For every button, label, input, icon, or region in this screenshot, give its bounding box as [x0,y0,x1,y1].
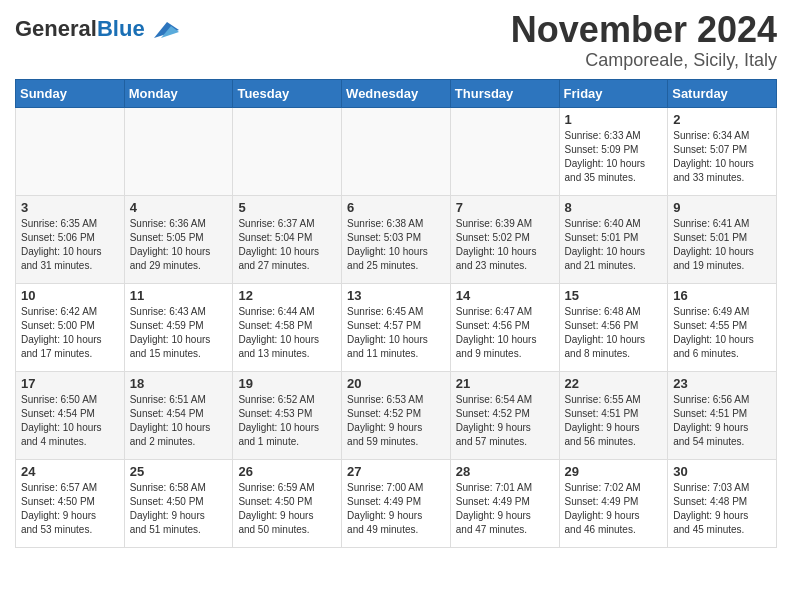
calendar-cell: 2Sunrise: 6:34 AM Sunset: 5:07 PM Daylig… [668,107,777,195]
day-info: Sunrise: 6:35 AM Sunset: 5:06 PM Dayligh… [21,217,119,273]
header: GeneralBlue November 2024 Camporeale, Si… [15,10,777,71]
calendar-cell: 13Sunrise: 6:45 AM Sunset: 4:57 PM Dayli… [342,283,451,371]
day-number: 7 [456,200,554,215]
day-info: Sunrise: 7:02 AM Sunset: 4:49 PM Dayligh… [565,481,663,537]
calendar-cell: 22Sunrise: 6:55 AM Sunset: 4:51 PM Dayli… [559,371,668,459]
calendar: SundayMondayTuesdayWednesdayThursdayFrid… [15,79,777,548]
page-subtitle: Camporeale, Sicily, Italy [511,50,777,71]
day-number: 24 [21,464,119,479]
calendar-cell [342,107,451,195]
day-number: 26 [238,464,336,479]
day-number: 25 [130,464,228,479]
day-info: Sunrise: 6:39 AM Sunset: 5:02 PM Dayligh… [456,217,554,273]
day-info: Sunrise: 6:59 AM Sunset: 4:50 PM Dayligh… [238,481,336,537]
day-number: 16 [673,288,771,303]
day-info: Sunrise: 6:33 AM Sunset: 5:09 PM Dayligh… [565,129,663,185]
calendar-cell: 25Sunrise: 6:58 AM Sunset: 4:50 PM Dayli… [124,459,233,547]
calendar-cell: 28Sunrise: 7:01 AM Sunset: 4:49 PM Dayli… [450,459,559,547]
day-info: Sunrise: 6:49 AM Sunset: 4:55 PM Dayligh… [673,305,771,361]
day-info: Sunrise: 6:38 AM Sunset: 5:03 PM Dayligh… [347,217,445,273]
day-info: Sunrise: 6:43 AM Sunset: 4:59 PM Dayligh… [130,305,228,361]
weekday-header: Tuesday [233,79,342,107]
calendar-cell [450,107,559,195]
day-number: 12 [238,288,336,303]
calendar-week-row: 24Sunrise: 6:57 AM Sunset: 4:50 PM Dayli… [16,459,777,547]
weekday-header: Sunday [16,79,125,107]
day-info: Sunrise: 6:56 AM Sunset: 4:51 PM Dayligh… [673,393,771,449]
calendar-cell [16,107,125,195]
calendar-cell [233,107,342,195]
calendar-week-row: 17Sunrise: 6:50 AM Sunset: 4:54 PM Dayli… [16,371,777,459]
weekday-header: Monday [124,79,233,107]
day-number: 19 [238,376,336,391]
weekday-header: Wednesday [342,79,451,107]
day-info: Sunrise: 6:50 AM Sunset: 4:54 PM Dayligh… [21,393,119,449]
day-number: 3 [21,200,119,215]
calendar-cell: 8Sunrise: 6:40 AM Sunset: 5:01 PM Daylig… [559,195,668,283]
day-info: Sunrise: 6:52 AM Sunset: 4:53 PM Dayligh… [238,393,336,449]
calendar-week-row: 10Sunrise: 6:42 AM Sunset: 5:00 PM Dayli… [16,283,777,371]
calendar-cell: 7Sunrise: 6:39 AM Sunset: 5:02 PM Daylig… [450,195,559,283]
calendar-week-row: 3Sunrise: 6:35 AM Sunset: 5:06 PM Daylig… [16,195,777,283]
day-number: 13 [347,288,445,303]
calendar-cell: 19Sunrise: 6:52 AM Sunset: 4:53 PM Dayli… [233,371,342,459]
calendar-cell: 16Sunrise: 6:49 AM Sunset: 4:55 PM Dayli… [668,283,777,371]
day-info: Sunrise: 6:48 AM Sunset: 4:56 PM Dayligh… [565,305,663,361]
calendar-cell: 6Sunrise: 6:38 AM Sunset: 5:03 PM Daylig… [342,195,451,283]
day-info: Sunrise: 6:44 AM Sunset: 4:58 PM Dayligh… [238,305,336,361]
day-number: 30 [673,464,771,479]
day-info: Sunrise: 7:01 AM Sunset: 4:49 PM Dayligh… [456,481,554,537]
day-number: 22 [565,376,663,391]
day-info: Sunrise: 6:53 AM Sunset: 4:52 PM Dayligh… [347,393,445,449]
day-number: 20 [347,376,445,391]
day-number: 4 [130,200,228,215]
calendar-header-row: SundayMondayTuesdayWednesdayThursdayFrid… [16,79,777,107]
day-info: Sunrise: 6:54 AM Sunset: 4:52 PM Dayligh… [456,393,554,449]
calendar-cell: 1Sunrise: 6:33 AM Sunset: 5:09 PM Daylig… [559,107,668,195]
title-block: November 2024 Camporeale, Sicily, Italy [511,10,777,71]
calendar-cell: 27Sunrise: 7:00 AM Sunset: 4:49 PM Dayli… [342,459,451,547]
calendar-cell: 17Sunrise: 6:50 AM Sunset: 4:54 PM Dayli… [16,371,125,459]
day-info: Sunrise: 6:45 AM Sunset: 4:57 PM Dayligh… [347,305,445,361]
day-number: 21 [456,376,554,391]
calendar-cell: 21Sunrise: 6:54 AM Sunset: 4:52 PM Dayli… [450,371,559,459]
calendar-cell [124,107,233,195]
weekday-header: Friday [559,79,668,107]
logo-icon [149,18,179,40]
calendar-week-row: 1Sunrise: 6:33 AM Sunset: 5:09 PM Daylig… [16,107,777,195]
day-number: 18 [130,376,228,391]
day-info: Sunrise: 6:36 AM Sunset: 5:05 PM Dayligh… [130,217,228,273]
day-info: Sunrise: 6:41 AM Sunset: 5:01 PM Dayligh… [673,217,771,273]
logo-text: GeneralBlue [15,18,145,40]
calendar-cell: 9Sunrise: 6:41 AM Sunset: 5:01 PM Daylig… [668,195,777,283]
weekday-header: Thursday [450,79,559,107]
day-info: Sunrise: 7:03 AM Sunset: 4:48 PM Dayligh… [673,481,771,537]
day-number: 15 [565,288,663,303]
day-number: 17 [21,376,119,391]
calendar-cell: 15Sunrise: 6:48 AM Sunset: 4:56 PM Dayli… [559,283,668,371]
calendar-cell: 14Sunrise: 6:47 AM Sunset: 4:56 PM Dayli… [450,283,559,371]
calendar-cell: 5Sunrise: 6:37 AM Sunset: 5:04 PM Daylig… [233,195,342,283]
calendar-cell: 23Sunrise: 6:56 AM Sunset: 4:51 PM Dayli… [668,371,777,459]
day-info: Sunrise: 6:51 AM Sunset: 4:54 PM Dayligh… [130,393,228,449]
logo-general: General [15,16,97,41]
logo-blue: Blue [97,16,145,41]
day-number: 2 [673,112,771,127]
day-info: Sunrise: 6:58 AM Sunset: 4:50 PM Dayligh… [130,481,228,537]
calendar-cell: 24Sunrise: 6:57 AM Sunset: 4:50 PM Dayli… [16,459,125,547]
day-number: 29 [565,464,663,479]
day-number: 28 [456,464,554,479]
calendar-cell: 12Sunrise: 6:44 AM Sunset: 4:58 PM Dayli… [233,283,342,371]
day-number: 6 [347,200,445,215]
day-info: Sunrise: 6:34 AM Sunset: 5:07 PM Dayligh… [673,129,771,185]
day-info: Sunrise: 7:00 AM Sunset: 4:49 PM Dayligh… [347,481,445,537]
day-number: 10 [21,288,119,303]
day-number: 5 [238,200,336,215]
day-info: Sunrise: 6:47 AM Sunset: 4:56 PM Dayligh… [456,305,554,361]
page-title: November 2024 [511,10,777,50]
day-info: Sunrise: 6:57 AM Sunset: 4:50 PM Dayligh… [21,481,119,537]
calendar-cell: 11Sunrise: 6:43 AM Sunset: 4:59 PM Dayli… [124,283,233,371]
weekday-header: Saturday [668,79,777,107]
day-info: Sunrise: 6:55 AM Sunset: 4:51 PM Dayligh… [565,393,663,449]
day-number: 8 [565,200,663,215]
